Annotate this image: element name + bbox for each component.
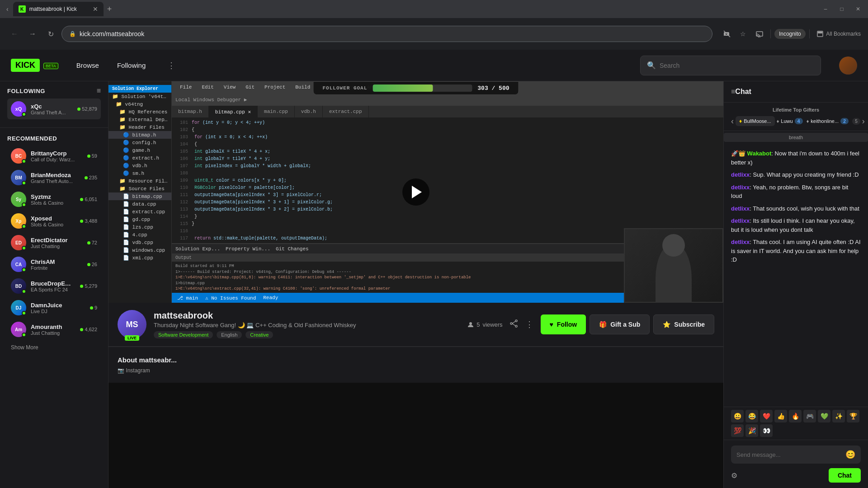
explorer-lzs-cpp[interactable]: 📄 lzs.cpp (108, 223, 171, 231)
menu-view[interactable]: View (219, 81, 240, 93)
explorer-project[interactable]: 📁 v64tng (108, 100, 171, 108)
address-bar[interactable]: 🔒 kick.com/mattseabrook (61, 26, 712, 42)
explorer-bitmap-h[interactable]: 🔵 bitmap.h (108, 131, 171, 139)
show-more-button[interactable]: Show More (7, 341, 42, 354)
emote-btn-4[interactable]: 👍 (774, 410, 787, 422)
emote-btn-2[interactable]: 😂 (745, 410, 758, 422)
stream-creative-tag[interactable]: Creative (245, 331, 273, 338)
explorer-game-h[interactable]: 🔵 game.h (108, 146, 171, 154)
explorer-dependencies[interactable]: 📁 External Dependencies (108, 116, 171, 123)
gift-sub-button[interactable]: 🎁 Gift a Sub (590, 314, 650, 334)
git-tab[interactable]: Git Changes (276, 246, 309, 252)
sidebar-item-chrisam[interactable]: CA ChrisAM Fortnite 26 (7, 254, 101, 275)
emote-btn-10[interactable]: 💯 (731, 424, 744, 437)
explorer-header[interactable]: 📁 Header Files (108, 123, 171, 131)
explorer-config-h[interactable]: 🔵 config.h (108, 139, 171, 146)
code-tab-bitmap-h[interactable]: bitmap.h (172, 106, 209, 117)
gifters-prev-button[interactable]: ‹ (731, 117, 734, 126)
emote-btn-7[interactable]: 💚 (818, 410, 830, 422)
emote-btn-11[interactable]: 🎉 (745, 424, 758, 437)
code-tab-main-cpp[interactable]: main.cpp (258, 106, 295, 117)
browser-tab-chevron[interactable]: ‹ (4, 4, 11, 14)
sidebar-item-damnjuice[interactable]: DJ DamnJuice Live DJ 9 (7, 297, 101, 318)
emote-btn-3[interactable]: ❤️ (760, 410, 773, 422)
following-collapse-button[interactable]: ≡ (97, 87, 101, 95)
nav-avatar[interactable] (839, 56, 857, 75)
bookmark-star-icon[interactable]: ☆ (736, 27, 750, 41)
menu-project[interactable]: Project (260, 81, 290, 93)
menu-git[interactable]: Git (241, 81, 259, 93)
explorer-xmi-cpp[interactable]: 📄 xmi.cpp (108, 254, 171, 262)
following-nav-link[interactable]: Following (110, 58, 153, 73)
explorer-data-cpp[interactable]: 📄 data.cpp (108, 200, 171, 208)
emote-btn-5[interactable]: 🔥 (789, 410, 802, 422)
code-tab-vdb-h[interactable]: vdb.h (295, 106, 323, 117)
code-tab-extract[interactable]: extract.cpp (323, 106, 369, 117)
chat-settings-button[interactable]: ⚙ (731, 471, 737, 480)
explorer-windows-cpp[interactable]: 📄 windows.cpp (108, 246, 171, 254)
share-button[interactable] (510, 319, 518, 330)
sidebar-item-bruce[interactable]: BD BruceDropEmOff EA Sports FC 24 5,279 (7, 276, 101, 296)
more-nav-button[interactable]: ⋮ (164, 57, 179, 74)
nav-search[interactable]: 🔍 (640, 56, 821, 75)
maximize-button[interactable]: □ (835, 3, 848, 15)
sidebar-item-brittany[interactable]: BC BrittanyCorp Call of Duty: Warz... 59 (7, 145, 101, 166)
code-tab-bitmap-cpp[interactable]: bitmap.cpp ✕ (209, 106, 258, 117)
explorer-resource[interactable]: 📁 Resource Files (108, 177, 171, 185)
cast-icon[interactable] (752, 27, 767, 41)
explorer-extract-h[interactable]: 🔵 extract.h (108, 154, 171, 162)
explorer-sm-h[interactable]: 🔵 sm.h (108, 169, 171, 177)
menu-build[interactable]: Build (291, 81, 315, 93)
emote-btn-12[interactable]: 👀 (760, 424, 773, 437)
explorer-vdb-h[interactable]: 🔵 vdb.h (108, 162, 171, 169)
follow-button[interactable]: ♥ Follow (541, 314, 586, 334)
camera-off-icon[interactable] (720, 27, 734, 41)
incognito-badge[interactable]: Incognito (774, 29, 806, 39)
new-tab-button[interactable]: + (105, 3, 114, 16)
chat-collapse-button[interactable]: ≡ (731, 88, 735, 96)
tab-close-button[interactable]: ✕ (93, 5, 98, 13)
property-tab[interactable]: Property Win... (226, 246, 270, 252)
emote-btn-6[interactable]: 🎮 (803, 410, 816, 422)
stream-language-tag[interactable]: English (217, 331, 242, 338)
browser-tab-active[interactable]: K mattseabrook | Kick ✕ (13, 2, 104, 16)
back-button[interactable]: ← (7, 27, 22, 41)
chat-input[interactable] (736, 451, 845, 458)
sidebar-item-brianmendoza[interactable]: BM BrianMendoza Grand Theft Auto... 235 (7, 167, 101, 188)
explorer-bitmap-cpp[interactable]: 📄 bitmap.cpp (108, 192, 171, 200)
refresh-button[interactable]: ↻ (43, 27, 58, 41)
minimize-button[interactable]: – (819, 3, 832, 15)
explorer-references[interactable]: 📁 HQ References (108, 108, 171, 116)
menu-file[interactable]: File (175, 81, 196, 93)
browse-nav-link[interactable]: Browse (69, 58, 106, 73)
sidebar-item-syztmz[interactable]: Sy Syztmz Slots & Casino 6,051 (7, 189, 101, 210)
chat-scroll-indicator[interactable]: breath (724, 133, 868, 142)
explorer-source[interactable]: 📁 Source Files (108, 185, 171, 192)
sidebar-item-erect[interactable]: ED ErectDictator Just Chatting 72 (7, 232, 101, 253)
send-chat-button[interactable]: Chat (829, 468, 861, 483)
gifters-next-button[interactable]: › (862, 117, 865, 126)
logo[interactable]: KICK BETA (11, 59, 58, 72)
close-window-button[interactable]: ✕ (852, 3, 864, 15)
sidebar-item-xposed[interactable]: Xp Xposed Slots & Casino 3,488 (7, 211, 101, 231)
subscribe-button[interactable]: ⭐ Subscribe (653, 314, 714, 334)
stream-more-button[interactable]: ⋮ (525, 319, 533, 329)
stream-category-tag[interactable]: Software Development (154, 331, 213, 338)
sidebar-item-xqc[interactable]: xQ xQc Grand Theft A... 52,879 (7, 99, 101, 119)
instagram-link[interactable]: 📷 Instagram (118, 367, 714, 374)
emote-btn-1[interactable]: 😀 (731, 410, 744, 422)
explorer-4-cpp[interactable]: 📄 4.cpp (108, 231, 171, 239)
output-tab[interactable]: Solution Exp... (175, 246, 220, 252)
chat-emoji-button[interactable]: 😊 (845, 450, 855, 460)
explorer-vdb-cpp[interactable]: 📄 vdb.cpp (108, 239, 171, 246)
search-input[interactable] (660, 62, 814, 69)
emote-btn-9[interactable]: 🏆 (847, 410, 859, 422)
sidebar-item-amouranth[interactable]: Am Amouranth Just Chatting 4,622 (7, 319, 101, 340)
explorer-extract-cpp[interactable]: 📄 extract.cpp (108, 208, 171, 216)
play-button[interactable] (402, 178, 429, 206)
forward-button[interactable]: → (25, 27, 40, 41)
emote-btn-8[interactable]: ✨ (832, 410, 845, 422)
chat-input-wrapper[interactable]: 😊 (731, 446, 861, 464)
explorer-solution[interactable]: 📁 Solution 'v64tng' (1 of 1) (108, 93, 171, 100)
menu-edit[interactable]: Edit (197, 81, 218, 93)
